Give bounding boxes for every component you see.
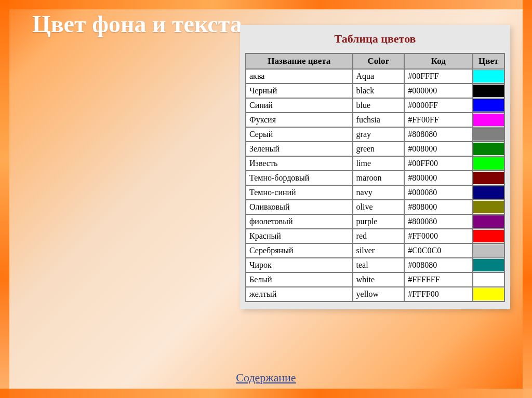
cell-hex-code: #FFFFFF [404,272,472,287]
cell-ru-name: Зеленый [246,142,353,156]
color-swatch [473,230,504,242]
color-swatch [473,288,504,300]
table-row: фиолетовыйpurple#800080 [246,214,504,229]
cell-ru-name: аква [246,69,353,84]
color-swatch [473,99,504,112]
cell-color-name: green [353,142,405,156]
cell-hex-code: #800000 [404,171,472,185]
cell-ru-name: Оливковый [246,200,353,214]
cell-color-name: gray [353,127,405,142]
cell-ru-name: Черный [246,84,353,98]
cell-ru-name: Красный [246,229,353,243]
table-row: Известьlime#00FF00 [246,156,504,171]
cell-swatch [473,229,504,243]
color-swatch [473,186,504,199]
cell-ru-name: Белый [246,272,353,287]
cell-ru-name: Чирок [246,258,353,272]
cell-hex-code: #008000 [404,142,472,156]
color-swatch [473,172,504,184]
cell-ru-name: Известь [246,156,353,171]
color-swatch [473,114,504,126]
cell-hex-code: #00FF00 [404,156,472,171]
cell-color-name: Aqua [353,69,405,84]
header-code: Код [404,53,472,69]
color-swatch [473,273,504,286]
table-row: Темно-синийnavy#000080 [246,185,504,200]
cell-swatch [473,142,504,156]
table-row: Черныйblack#000000 [246,84,504,98]
color-swatch [473,85,504,97]
cell-color-name: yellow [353,287,405,301]
table-row: Чирокteal#008080 [246,258,504,272]
cell-hex-code: #808000 [404,200,472,214]
color-swatch [473,143,504,155]
table-row: Оливковыйolive#808000 [246,200,504,214]
table-row: Синийblue#0000FF [246,98,504,113]
cell-swatch [473,113,504,127]
cell-swatch [473,84,504,98]
cell-hex-code: #0000FF [404,98,472,113]
cell-swatch [473,258,504,272]
cell-color-name: blue [353,98,405,113]
cell-swatch [473,185,504,200]
table-row: Серыйgray#808080 [246,127,504,142]
cell-swatch [473,98,504,113]
frame-right [523,0,532,398]
cell-ru-name: Серый [246,127,353,142]
cell-color-name: lime [353,156,405,171]
cell-swatch [473,127,504,142]
table-row: Зеленыйgreen#008000 [246,142,504,156]
color-swatch [473,259,504,271]
table-header-row: Название цвета Color Код Цвет [246,53,504,69]
cell-swatch [473,243,504,258]
cell-color-name: purple [353,214,405,229]
table-row: Фуксияfuchsia#FF00FF [246,113,504,127]
cell-ru-name: желтый [246,287,353,301]
cell-color-name: black [353,84,405,98]
cell-hex-code: #FF0000 [404,229,472,243]
cell-hex-code: #FFFF00 [404,287,472,301]
cell-color-name: white [353,272,405,287]
table-row: Темно-бордовыйmaroon#800000 [246,171,504,185]
table-row: желтыйyellow#FFFF00 [246,287,504,301]
cell-swatch [473,156,504,171]
color-table: Название цвета Color Код Цвет акваAqua#0… [245,53,505,302]
cell-ru-name: Темно-синий [246,185,353,200]
header-color: Color [353,53,405,69]
cell-swatch [473,272,504,287]
cell-color-name: maroon [353,171,405,185]
cell-hex-code: #000000 [404,84,472,98]
cell-swatch [473,171,504,185]
cell-color-name: teal [353,258,405,272]
color-swatch [473,215,504,228]
contents-link[interactable]: Содержание [236,371,296,385]
color-swatch [473,201,504,213]
table-row: Красныйred#FF0000 [246,229,504,243]
cell-ru-name: Фуксия [246,113,353,127]
cell-hex-code: #FF00FF [404,113,472,127]
cell-color-name: red [353,229,405,243]
cell-hex-code: #800080 [404,214,472,229]
color-table-panel: Таблица цветов Название цвета Color Код … [240,25,510,309]
frame-left [0,0,9,398]
color-swatch [473,70,504,83]
cell-swatch [473,214,504,229]
cell-color-name: silver [353,243,405,258]
color-swatch [473,128,504,141]
cell-swatch [473,287,504,301]
cell-hex-code: #808080 [404,127,472,142]
cell-color-name: olive [353,200,405,214]
cell-ru-name: Серебряный [246,243,353,258]
color-swatch [473,157,504,170]
color-swatch [473,244,504,257]
cell-color-name: navy [353,185,405,200]
table-row: акваAqua#00FFFF [246,69,504,84]
cell-swatch [473,200,504,214]
panel-title: Таблица цветов [245,32,505,46]
table-row: Белыйwhite#FFFFFF [246,272,504,287]
cell-hex-code: #C0C0C0 [404,243,472,258]
table-row: Серебряныйsilver#C0C0C0 [246,243,504,258]
cell-hex-code: #008080 [404,258,472,272]
cell-color-name: fuchsia [353,113,405,127]
cell-ru-name: Синий [246,98,353,113]
